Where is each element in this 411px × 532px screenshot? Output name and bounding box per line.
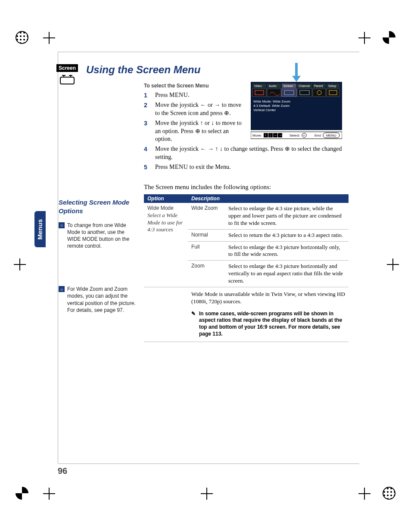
option-name: Normal <box>188 229 225 241</box>
frame-bottom-rule <box>58 464 359 464</box>
table-note: Wide Mode is unavailable while in Twin V… <box>188 287 349 309</box>
subhead: To select the Screen Menu <box>144 83 351 89</box>
option-name: Wide Zoom <box>188 203 225 229</box>
step-text: Move the joystick ← → ↑ ↓ to change sett… <box>155 145 351 162</box>
option-desc: Select to enlarge the 4:3 picture horizo… <box>225 261 349 287</box>
option-group: Wide Mode Select a Wide Mode to use for … <box>144 203 188 287</box>
options-table: Option Description Wide Mode Select a Wi… <box>144 194 349 342</box>
print-reg-bl <box>16 487 28 500</box>
step-1: 1 Press MENU. <box>144 91 243 100</box>
step-number: 2 <box>144 101 150 118</box>
tip-1: ☼ To change from one Wide Mode to anothe… <box>59 222 136 250</box>
crop-mark-right-mid <box>387 258 399 271</box>
crop-mark-left-mid <box>14 258 26 271</box>
step-text: Press MENU. <box>155 91 243 100</box>
tip-text: To change from one Wide Mode to another,… <box>67 222 136 250</box>
step-4: 4 Move the joystick ← → ↑ ↓ to change se… <box>144 145 351 162</box>
lightbulb-icon: ☼ <box>59 286 65 292</box>
intro-text: The Screen menu includes the following o… <box>144 184 351 191</box>
step-text: Move the joystick ← or → to move to the … <box>155 101 243 118</box>
option-desc: Select to enlarge the 4:3 picture horizo… <box>225 241 349 261</box>
table-note-bold: ✎ In some cases, wide-screen programs wi… <box>188 309 349 342</box>
col-description: Description <box>188 194 349 203</box>
step-number: 5 <box>144 163 150 171</box>
step-text: Press MENU to exit the Menu. <box>155 163 351 171</box>
tip-text: For Wide Zoom and Zoom modes, you can ad… <box>67 286 136 314</box>
sidebar-heading: Selecting Screen Mode Options <box>59 198 136 216</box>
main-content: To select the Screen Menu 1 Press MENU. … <box>144 83 351 342</box>
crop-mark-right-bot <box>358 488 371 500</box>
page-number: 96 <box>58 466 67 476</box>
pencil-icon: ✎ <box>191 311 196 337</box>
col-option: Option <box>144 194 188 203</box>
step-5: 5 Press MENU to exit the Menu. <box>144 163 351 171</box>
option-name: Zoom <box>188 261 225 287</box>
step-text: Move the joystick ↑ or ↓ to move to an o… <box>155 119 243 144</box>
sidebar: Selecting Screen Mode Options ☼ To chang… <box>59 198 136 314</box>
screen-badge: Screen <box>56 64 78 87</box>
option-desc: Select to enlarge the 4:3 size picture, … <box>225 203 349 229</box>
lightbulb-icon: ☼ <box>59 222 65 228</box>
option-desc: Select to return the 4:3 picture to a 4:… <box>225 229 349 241</box>
crop-mark-left-top <box>43 32 55 44</box>
step-3: 3 Move the joystick ↑ or ↓ to move to an… <box>144 119 243 144</box>
step-number: 1 <box>144 91 150 100</box>
crop-mark-right-top <box>358 32 371 44</box>
crop-mark-center-bot <box>201 488 213 500</box>
section-tab: Menus <box>34 211 46 247</box>
crop-mark-left-bot <box>43 488 55 500</box>
print-reg-tl <box>16 31 28 44</box>
step-number: 3 <box>144 119 150 144</box>
step-2: 2 Move the joystick ← or → to move to th… <box>144 101 243 118</box>
step-number: 4 <box>144 145 150 162</box>
option-name: Full <box>188 241 225 261</box>
screen-icon <box>58 74 77 86</box>
svg-rect-0 <box>60 77 74 84</box>
section-tab-label: Menus <box>37 219 44 240</box>
print-reg-tr <box>383 31 395 44</box>
print-reg-br <box>383 487 395 500</box>
page-title: Using the Screen Menu <box>86 64 200 76</box>
screen-badge-label: Screen <box>56 64 78 72</box>
tip-2: ☼ For Wide Zoom and Zoom modes, you can … <box>59 286 136 314</box>
